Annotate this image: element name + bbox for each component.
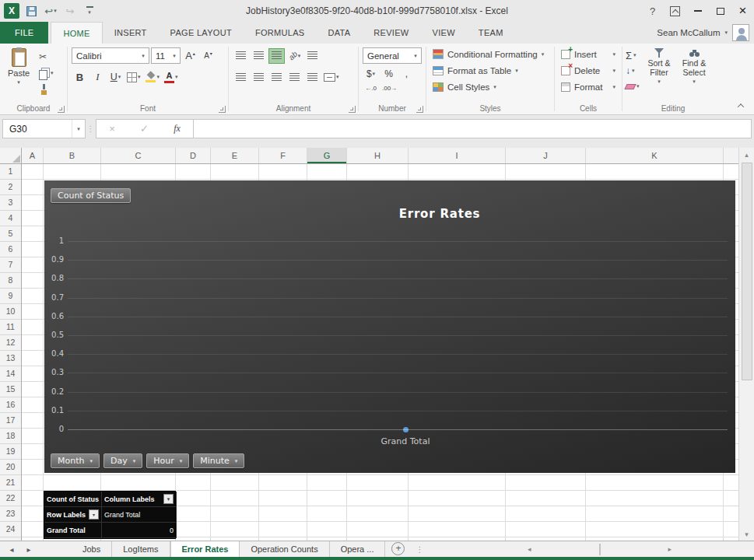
- clipboard-dialog-launcher[interactable]: [58, 106, 65, 113]
- row-header-12[interactable]: 12: [0, 335, 21, 351]
- user-avatar-icon[interactable]: [732, 24, 749, 41]
- enter-button[interactable]: ✓: [140, 123, 149, 135]
- column-header-J[interactable]: J: [506, 148, 586, 163]
- ribbon-tab-data[interactable]: DATA: [316, 22, 362, 44]
- column-header-H[interactable]: H: [347, 148, 409, 163]
- cell-styles-button[interactable]: Cell Styles ▾: [427, 79, 553, 95]
- font-name-select[interactable]: Calibri▾: [72, 47, 149, 64]
- scroll-down-button[interactable]: ▾: [739, 527, 754, 541]
- column-header-B[interactable]: B: [44, 148, 101, 163]
- column-header-G[interactable]: G: [307, 148, 347, 163]
- cut-button[interactable]: ✂: [37, 50, 61, 64]
- pivot-chart[interactable]: Count of Status Error Rates Grand Total …: [44, 180, 735, 473]
- increase-decimal-button[interactable]: ←.0: [363, 81, 379, 96]
- close-button[interactable]: ×: [731, 0, 754, 22]
- row-header-13[interactable]: 13: [0, 351, 21, 366]
- percent-style-button[interactable]: %: [381, 66, 397, 82]
- new-sheet-button[interactable]: +: [391, 542, 405, 555]
- column-header-D[interactable]: D: [176, 148, 211, 163]
- sheet-tab-jobs[interactable]: Jobs: [72, 541, 112, 557]
- orientation-button[interactable]: ab▾: [286, 48, 303, 64]
- pivot-table[interactable]: Count of StatusColumn Labels▼Row Labels▾…: [44, 491, 176, 539]
- row-header-5[interactable]: 5: [0, 226, 21, 242]
- row-header-21[interactable]: 21: [0, 475, 21, 491]
- ribbon-tab-home[interactable]: HOME: [51, 22, 102, 44]
- row-header-8[interactable]: 8: [0, 273, 21, 289]
- chart-value-field-button[interactable]: Count of Status: [51, 188, 131, 203]
- decrease-indent-button[interactable]: [286, 69, 303, 85]
- underline-button[interactable]: U▾: [107, 69, 124, 85]
- wrap-text-button[interactable]: [304, 48, 321, 64]
- redo-button[interactable]: ↪: [62, 2, 78, 19]
- row-header-16[interactable]: 16: [0, 397, 21, 413]
- clear-button[interactable]: ▾: [623, 79, 642, 94]
- decrease-decimal-button[interactable]: .00→: [381, 81, 398, 96]
- dropdown-icon[interactable]: ▾: [89, 509, 99, 520]
- format-cells-button[interactable]: Format ▾: [556, 79, 621, 95]
- row-header-2[interactable]: 2: [0, 180, 21, 195]
- column-header-K[interactable]: K: [586, 148, 724, 163]
- row-header-11[interactable]: 11: [0, 320, 21, 335]
- ribbon-tab-review[interactable]: REVIEW: [362, 22, 420, 44]
- row-header-17[interactable]: 17: [0, 413, 21, 429]
- minimize-button[interactable]: [686, 0, 709, 22]
- paste-button[interactable]: Paste ▾: [1, 46, 37, 96]
- chart-title[interactable]: Error Rates: [399, 207, 481, 221]
- column-header-F[interactable]: F: [259, 148, 307, 163]
- comma-style-button[interactable]: ,: [398, 66, 415, 82]
- borders-button[interactable]: ▾: [125, 69, 142, 85]
- conditional-formatting-button[interactable]: Conditional Formatting ▾: [427, 46, 553, 62]
- formula-input[interactable]: [194, 119, 752, 138]
- increase-font-size-button[interactable]: A▴: [182, 48, 198, 64]
- sheet-tab-opera[interactable]: Opera ...: [330, 541, 386, 557]
- filter-icon[interactable]: ▼: [163, 494, 174, 504]
- autosum-button[interactable]: Σ▾: [623, 47, 642, 63]
- sheet-tab-operation-counts[interactable]: Operation Counts: [240, 541, 329, 557]
- font-size-select[interactable]: 11▾: [151, 47, 181, 64]
- fill-button[interactable]: ↓▾: [623, 63, 642, 79]
- accounting-format-button[interactable]: $▾: [363, 66, 379, 82]
- row-header-22[interactable]: 22: [0, 491, 21, 506]
- font-color-button[interactable]: A▾: [163, 69, 180, 85]
- row-header-9[interactable]: 9: [0, 289, 21, 304]
- horizontal-scrollbar[interactable]: ◂ ▸: [461, 541, 738, 557]
- ribbon-tab-insert[interactable]: INSERT: [103, 22, 159, 44]
- row-header-14[interactable]: 14: [0, 366, 21, 382]
- number-dialog-launcher[interactable]: [416, 106, 423, 113]
- sheet-tab-logitems[interactable]: LogItems: [112, 541, 170, 557]
- user-name[interactable]: Sean McCallum: [657, 28, 720, 37]
- row-header-20[interactable]: 20: [0, 460, 21, 475]
- scroll-right-button[interactable]: ▸: [601, 543, 739, 556]
- column-header-E[interactable]: E: [211, 148, 259, 163]
- align-right-button[interactable]: [268, 69, 285, 85]
- maximize-button[interactable]: [709, 0, 731, 22]
- row-header-6[interactable]: 6: [0, 242, 21, 257]
- row-header-24[interactable]: 24: [0, 522, 21, 537]
- cancel-button[interactable]: ×: [109, 123, 115, 135]
- sheet-nav-right-button[interactable]: ▸: [20, 541, 37, 557]
- select-all-button[interactable]: [0, 148, 22, 164]
- customize-qat-button[interactable]: ▾: [82, 2, 97, 19]
- format-painter-button[interactable]: [37, 82, 61, 96]
- excel-logo-icon[interactable]: X: [4, 3, 19, 19]
- number-format-select[interactable]: General▾: [363, 47, 422, 64]
- row-header-1[interactable]: 1: [0, 164, 21, 180]
- row-header-4[interactable]: 4: [0, 211, 21, 226]
- copy-button[interactable]: ▾: [37, 66, 61, 80]
- font-dialog-launcher[interactable]: [219, 106, 226, 113]
- sort-filter-button[interactable]: Sort & Filter ▾: [642, 46, 677, 94]
- insert-cells-button[interactable]: Insert ▾: [556, 46, 621, 62]
- ribbon-tab-team[interactable]: TEAM: [467, 22, 515, 44]
- chart-field-button-hour[interactable]: Hour▾: [146, 453, 189, 468]
- middle-align-button[interactable]: [251, 48, 267, 64]
- row-header-18[interactable]: 18: [0, 429, 21, 444]
- sheet-tab-error-rates[interactable]: Error Rates: [170, 541, 240, 557]
- italic-button[interactable]: I: [89, 69, 106, 85]
- formula-bar-splitter[interactable]: ⋮: [86, 119, 96, 138]
- row-header-15[interactable]: 15: [0, 382, 21, 397]
- chart-field-button-day[interactable]: Day▾: [103, 453, 142, 468]
- tab-splitter[interactable]: ⋮: [416, 541, 423, 557]
- delete-cells-button[interactable]: Delete ▾: [556, 62, 621, 79]
- chart-field-button-month[interactable]: Month▾: [51, 453, 100, 468]
- find-select-button[interactable]: Find & Select ▾: [677, 46, 712, 94]
